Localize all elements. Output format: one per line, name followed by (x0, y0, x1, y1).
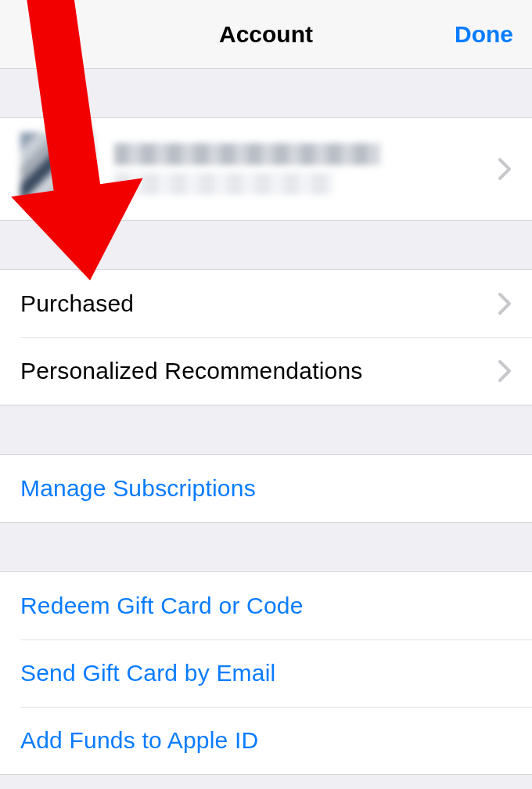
manage-subscriptions-row[interactable]: Manage Subscriptions (0, 455, 532, 522)
chevron-right-icon (498, 292, 512, 315)
send-gift-label: Send Gift Card by Email (20, 660, 275, 686)
account-row[interactable] (0, 118, 532, 220)
purchased-row[interactable]: Purchased (0, 270, 532, 337)
account-name (114, 143, 512, 195)
navbar: Account Done (0, 0, 532, 69)
gift-section: Redeem Gift Card or Code Send Gift Card … (0, 571, 532, 775)
add-funds-row[interactable]: Add Funds to Apple ID (0, 707, 532, 774)
avatar (20, 132, 94, 206)
page-title: Account (219, 21, 313, 48)
manage-subscriptions-label: Manage Subscriptions (20, 475, 256, 502)
purchased-section: Purchased Personalized Recommendations (0, 269, 532, 405)
chevron-right-icon (498, 359, 512, 383)
send-gift-row[interactable]: Send Gift Card by Email (0, 639, 532, 707)
done-button[interactable]: Done (455, 21, 513, 48)
recommendations-row[interactable]: Personalized Recommendations (0, 337, 532, 405)
account-section (0, 117, 532, 221)
subscriptions-section: Manage Subscriptions (0, 454, 532, 523)
purchased-label: Purchased (20, 290, 134, 317)
add-funds-label: Add Funds to Apple ID (20, 727, 258, 754)
chevron-right-icon (498, 157, 512, 181)
recommendations-label: Personalized Recommendations (20, 358, 363, 384)
redeem-row[interactable]: Redeem Gift Card or Code (0, 572, 532, 639)
redeem-label: Redeem Gift Card or Code (20, 593, 304, 619)
